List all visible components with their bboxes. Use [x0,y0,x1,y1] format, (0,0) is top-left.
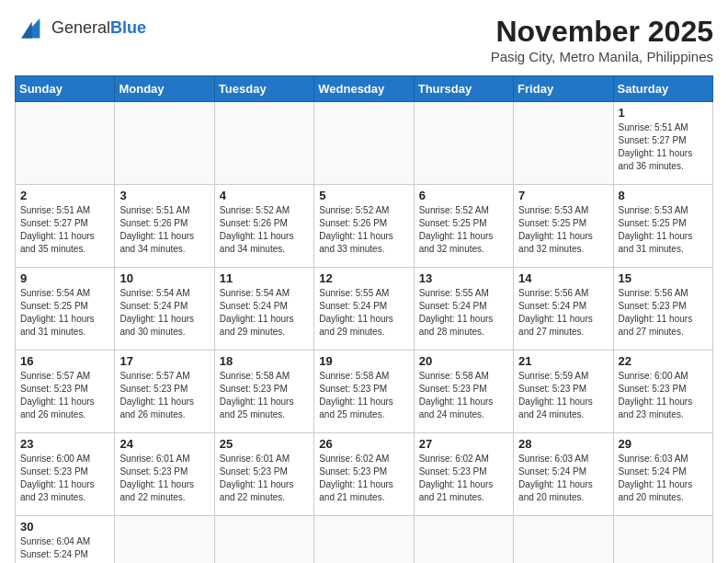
calendar-cell: 22Sunrise: 6:00 AM Sunset: 5:23 PM Dayli… [613,350,712,433]
weekday-header-wednesday: Wednesday [314,76,414,102]
logo-icon [15,15,48,40]
day-number: 3 [119,189,209,202]
day-info: Sunrise: 5:53 AM Sunset: 5:25 PM Dayligh… [619,204,708,256]
calendar-cell [115,516,214,564]
calendar-cell: 14Sunrise: 5:56 AM Sunset: 5:24 PM Dayli… [514,268,613,350]
calendar-cell [214,516,313,564]
day-info: Sunrise: 6:03 AM Sunset: 5:24 PM Dayligh… [619,453,708,504]
day-info: Sunrise: 5:52 AM Sunset: 5:26 PM Dayligh… [220,204,309,256]
calendar-cell: 18Sunrise: 5:58 AM Sunset: 5:23 PM Dayli… [214,350,313,433]
calendar-cell: 20Sunrise: 5:58 AM Sunset: 5:23 PM Dayli… [414,350,513,433]
location-subtitle: Pasig City, Metro Manila, Philippines [491,49,713,64]
day-info: Sunrise: 6:03 AM Sunset: 5:24 PM Dayligh… [518,453,608,504]
calendar-cell: 17Sunrise: 5:57 AM Sunset: 5:23 PM Dayli… [115,350,214,433]
calendar-cell: 16Sunrise: 5:57 AM Sunset: 5:23 PM Dayli… [16,350,115,433]
day-number: 19 [319,354,408,368]
title-section: November 2025 Pasig City, Metro Manila, … [491,15,713,64]
day-info: Sunrise: 5:54 AM Sunset: 5:24 PM Dayligh… [119,287,209,339]
calendar-cell [314,516,414,564]
day-info: Sunrise: 5:54 AM Sunset: 5:24 PM Dayligh… [220,287,309,339]
week-row-6: 30Sunrise: 6:04 AM Sunset: 5:24 PM Dayli… [16,516,713,564]
day-info: Sunrise: 6:01 AM Sunset: 5:23 PM Dayligh… [220,453,309,504]
calendar-cell [414,102,513,185]
day-info: Sunrise: 6:02 AM Sunset: 5:23 PM Dayligh… [319,453,408,504]
day-number: 6 [419,189,508,202]
calendar-cell: 5Sunrise: 5:52 AM Sunset: 5:26 PM Daylig… [314,185,414,268]
day-info: Sunrise: 5:57 AM Sunset: 5:23 PM Dayligh… [119,370,209,421]
calendar-cell: 10Sunrise: 5:54 AM Sunset: 5:24 PM Dayli… [115,268,214,350]
day-info: Sunrise: 5:51 AM Sunset: 5:26 PM Dayligh… [119,204,209,256]
weekday-header-saturday: Saturday [613,76,712,102]
calendar-cell: 26Sunrise: 6:02 AM Sunset: 5:23 PM Dayli… [314,433,414,516]
weekday-header-friday: Friday [514,76,613,102]
day-number: 1 [619,106,708,120]
day-number: 25 [220,437,309,451]
day-number: 12 [319,271,408,285]
calendar-cell [115,102,214,185]
logo: GeneralBlue [15,15,146,40]
day-number: 26 [319,437,408,451]
calendar-cell: 29Sunrise: 6:03 AM Sunset: 5:24 PM Dayli… [613,433,712,516]
calendar-cell: 7Sunrise: 5:53 AM Sunset: 5:25 PM Daylig… [514,185,613,268]
day-number: 14 [518,271,608,285]
week-row-3: 9Sunrise: 5:54 AM Sunset: 5:25 PM Daylig… [16,268,713,350]
day-info: Sunrise: 6:02 AM Sunset: 5:23 PM Dayligh… [419,453,508,504]
day-info: Sunrise: 5:52 AM Sunset: 5:25 PM Dayligh… [419,204,508,256]
day-info: Sunrise: 5:58 AM Sunset: 5:23 PM Dayligh… [419,370,508,421]
calendar-cell: 19Sunrise: 5:58 AM Sunset: 5:23 PM Dayli… [314,350,414,433]
day-info: Sunrise: 5:54 AM Sunset: 5:25 PM Dayligh… [20,287,109,339]
day-number: 4 [220,189,309,202]
calendar-cell: 4Sunrise: 5:52 AM Sunset: 5:26 PM Daylig… [214,185,313,268]
day-info: Sunrise: 5:57 AM Sunset: 5:23 PM Dayligh… [20,370,109,421]
weekday-header-row: SundayMondayTuesdayWednesdayThursdayFrid… [16,76,713,102]
day-number: 20 [419,354,508,368]
month-title: November 2025 [491,15,713,49]
day-number: 27 [419,437,508,451]
calendar-cell: 11Sunrise: 5:54 AM Sunset: 5:24 PM Dayli… [214,268,313,350]
day-number: 15 [619,271,708,285]
day-number: 8 [619,189,708,202]
calendar-cell: 15Sunrise: 5:56 AM Sunset: 5:23 PM Dayli… [613,268,712,350]
logo-text: GeneralBlue [51,18,146,38]
day-number: 2 [20,189,109,202]
day-info: Sunrise: 6:04 AM Sunset: 5:24 PM Dayligh… [20,535,109,563]
calendar-cell: 8Sunrise: 5:53 AM Sunset: 5:25 PM Daylig… [613,185,712,268]
calendar-cell: 1Sunrise: 5:51 AM Sunset: 5:27 PM Daylig… [613,102,712,185]
day-info: Sunrise: 5:59 AM Sunset: 5:23 PM Dayligh… [518,370,608,421]
day-number: 18 [220,354,309,368]
weekday-header-monday: Monday [115,76,214,102]
day-info: Sunrise: 6:00 AM Sunset: 5:23 PM Dayligh… [619,370,708,421]
calendar-cell: 27Sunrise: 6:02 AM Sunset: 5:23 PM Dayli… [414,433,513,516]
calendar-cell: 21Sunrise: 5:59 AM Sunset: 5:23 PM Dayli… [514,350,613,433]
day-info: Sunrise: 5:56 AM Sunset: 5:23 PM Dayligh… [619,287,708,339]
day-number: 13 [419,271,508,285]
day-info: Sunrise: 5:51 AM Sunset: 5:27 PM Dayligh… [20,204,109,256]
week-row-1: 1Sunrise: 5:51 AM Sunset: 5:27 PM Daylig… [16,102,713,185]
calendar-cell: 13Sunrise: 5:55 AM Sunset: 5:24 PM Dayli… [414,268,513,350]
day-number: 28 [518,437,608,451]
weekday-header-tuesday: Tuesday [214,76,313,102]
day-number: 23 [20,437,109,451]
week-row-4: 16Sunrise: 5:57 AM Sunset: 5:23 PM Dayli… [16,350,713,433]
day-info: Sunrise: 6:00 AM Sunset: 5:23 PM Dayligh… [20,453,109,504]
day-number: 30 [20,520,109,534]
day-info: Sunrise: 5:56 AM Sunset: 5:24 PM Dayligh… [518,287,608,339]
calendar-cell: 12Sunrise: 5:55 AM Sunset: 5:24 PM Dayli… [314,268,414,350]
day-number: 22 [619,354,708,368]
page-header: GeneralBlue November 2025 Pasig City, Me… [15,15,713,64]
calendar-cell: 25Sunrise: 6:01 AM Sunset: 5:23 PM Dayli… [214,433,313,516]
week-row-5: 23Sunrise: 6:00 AM Sunset: 5:23 PM Dayli… [16,433,713,516]
day-number: 9 [20,271,109,285]
day-info: Sunrise: 5:58 AM Sunset: 5:23 PM Dayligh… [220,370,309,421]
calendar-cell [16,102,115,185]
calendar-cell [414,516,513,564]
day-info: Sunrise: 5:55 AM Sunset: 5:24 PM Dayligh… [319,287,408,339]
calendar-table: SundayMondayTuesdayWednesdayThursdayFrid… [15,75,713,563]
calendar-cell: 23Sunrise: 6:00 AM Sunset: 5:23 PM Dayli… [16,433,115,516]
day-number: 24 [119,437,209,451]
calendar-cell [214,102,313,185]
calendar-cell: 6Sunrise: 5:52 AM Sunset: 5:25 PM Daylig… [414,185,513,268]
calendar-cell [514,102,613,185]
calendar-cell: 3Sunrise: 5:51 AM Sunset: 5:26 PM Daylig… [115,185,214,268]
day-number: 5 [319,189,408,202]
